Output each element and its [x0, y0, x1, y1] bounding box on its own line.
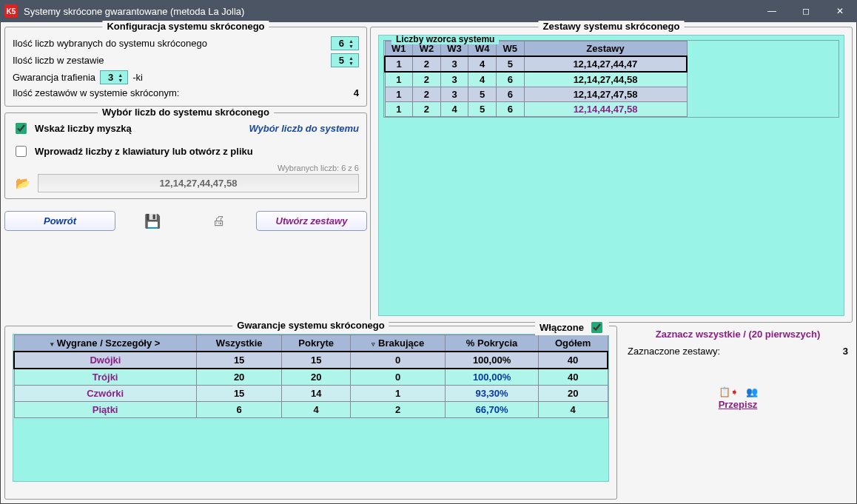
pattern-legend: Liczby wzorca systemu [391, 35, 499, 44]
window-title: Systemy skrócone gwarantowane (metoda La… [24, 6, 755, 17]
choice-legend: Wybór liczb do systemu skróconego [98, 107, 274, 118]
opt-mouse-checkbox[interactable] [16, 123, 27, 134]
numbers-input[interactable] [38, 174, 359, 192]
num-in-set-value: 5 [339, 55, 344, 66]
col-missing[interactable]: ▿Brakujące [350, 335, 445, 352]
close-button[interactable]: ✕ [823, 0, 857, 22]
sets-col[interactable]: W5 [496, 41, 524, 57]
select-all-link[interactable]: Zaznacz wszystkie / (20 pierwszych) [628, 329, 848, 340]
button-row: Powrót 💾 🖨 Utwórz zestawy [4, 211, 367, 231]
selected-sets-label: Zaznaczone zestawy: [628, 346, 720, 357]
opt-keyboard-label: Wprowadź liczby z klawiatury lub otwórz … [35, 146, 253, 157]
table-row[interactable]: 1234612,14,27,44,58 [385, 72, 687, 87]
pattern-group: Liczby wzorca systemu W1W2W3W4W5Zestawy … [383, 40, 839, 118]
sets-count-label: Ilość zestawów w systemie skróconym: [13, 87, 332, 98]
choice-group: Wybór liczb do systemu skróconego Wskaż … [4, 112, 367, 199]
przepisz-link[interactable]: Przepisz [628, 399, 848, 410]
create-sets-button[interactable]: Utwórz zestawy [256, 211, 367, 231]
col-name[interactable]: ▾Wygrane / Szczegóły > [14, 335, 196, 352]
spinner-arrows-icon[interactable]: ▲▼ [349, 56, 354, 66]
table-row[interactable]: Czwórki1514193,30%20 [14, 386, 608, 402]
spinner-arrows-icon[interactable]: ▲▼ [118, 73, 123, 83]
selected-sets-value: 3 [843, 346, 848, 357]
config-group: Konfiguracja systemu skróconego Ilość li… [4, 27, 367, 107]
sets-legend: Zestawy systemu skróconego [539, 21, 685, 32]
num-selected-spinner[interactable]: 6 ▲▼ [331, 36, 359, 50]
hit-value: 3 [108, 72, 113, 83]
col-covered[interactable]: Pokryte [282, 335, 351, 352]
sets-count-value: 4 [337, 87, 359, 98]
hit-label-before: Gwarancja trafienia [13, 72, 95, 83]
table-row[interactable]: 1234512,14,27,44,47 [385, 56, 687, 72]
num-in-set-label: Ilość liczb w zestawie [13, 55, 326, 66]
enabled-checkbox[interactable] [591, 322, 602, 333]
enabled-label: Włączone [540, 322, 584, 333]
hit-spinner[interactable]: 3 ▲▼ [100, 70, 128, 84]
guarantee-scroll[interactable]: ▾Wygrane / Szczegóły > Wszystkie Pokryte… [13, 334, 609, 482]
col-all[interactable]: Wszystkie [196, 335, 282, 352]
titlebar: K5 Systemy skrócone gwarantowane (metoda… [0, 0, 857, 22]
col-total[interactable]: Ogółem [538, 335, 608, 352]
spinner-arrows-icon[interactable]: ▲▼ [349, 38, 354, 49]
table-row[interactable]: Trójki20200100,00%40 [14, 369, 608, 386]
selected-info: Wybranych liczb: 6 z 6 [13, 164, 359, 172]
save-icon[interactable]: 💾 [123, 213, 182, 229]
num-selected-value: 6 [339, 38, 344, 49]
sets-group: Zestawy systemu skróconego Liczby wzorca… [370, 27, 853, 323]
table-row[interactable]: 1235612,14,27,47,58 [385, 87, 687, 102]
table-row[interactable]: Dwójki15150100,00%40 [14, 352, 608, 369]
sets-scroll[interactable]: Liczby wzorca systemu W1W2W3W4W5Zestawy … [378, 35, 844, 316]
chevron-down-icon: ▾ [50, 340, 54, 348]
num-selected-label: Ilość liczb wybranych do systemu skrócon… [13, 38, 326, 49]
col-pct[interactable]: % Pokrycia [446, 335, 539, 352]
side-panel: Zaznacz wszystkie / (20 pierwszych) Zazn… [623, 326, 853, 500]
guarantee-group: Gwarancje systemu skróconego Włączone ▾W… [4, 326, 617, 500]
back-button[interactable]: Powrót [4, 211, 115, 231]
users-icon[interactable]: 👥 [746, 386, 758, 397]
opt-mouse-label: Wskaż liczby myszką [35, 123, 132, 134]
guarantee-table: ▾Wygrane / Szczegóły > Wszystkie Pokryte… [13, 335, 608, 418]
sets-table: W1W2W3W4W5Zestawy 1234512,14,27,44,47123… [384, 41, 688, 117]
print-icon[interactable]: 🖨 [189, 213, 249, 229]
copy-icon[interactable]: 📋➧ [719, 386, 739, 397]
choice-right-hint[interactable]: Wybór liczb do systemu [249, 123, 359, 134]
open-file-icon[interactable]: 📂 [13, 176, 33, 190]
minimize-button[interactable]: ― [755, 0, 789, 22]
hit-label-after: -ki [132, 72, 143, 83]
app-icon: K5 [4, 4, 18, 18]
guarantee-legend: Gwarancje systemu skróconego [232, 320, 389, 331]
config-legend: Konfiguracja systemu skróconego [102, 21, 269, 32]
table-row[interactable]: Piątki64266,70%4 [14, 402, 608, 418]
maximize-button[interactable]: ◻ [789, 0, 823, 22]
sets-col-zestawy[interactable]: Zestawy [524, 41, 687, 57]
opt-keyboard-checkbox[interactable] [16, 146, 27, 157]
filter-icon: ▿ [372, 340, 375, 348]
num-in-set-spinner[interactable]: 5 ▲▼ [331, 53, 359, 67]
table-row[interactable]: 1245612,14,44,47,58 [385, 102, 687, 117]
